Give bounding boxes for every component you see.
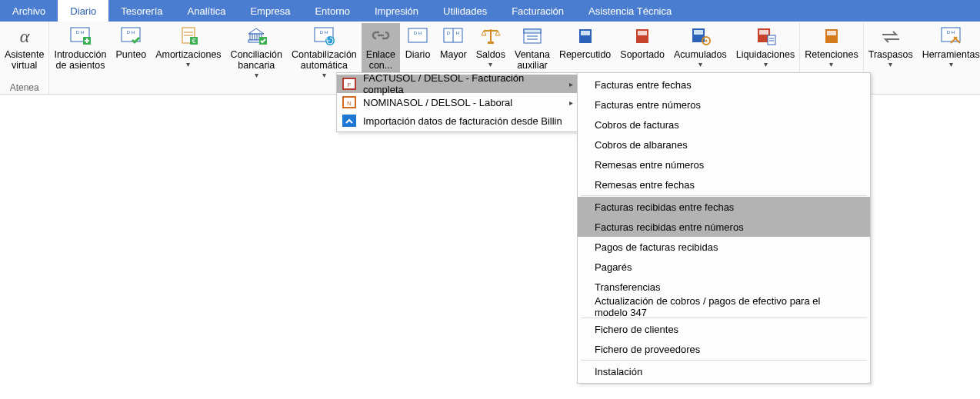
tab-asistencia[interactable]: Asistencia Técnica [576, 0, 684, 22]
book-doc-icon [752, 25, 778, 48]
herramientas-button[interactable]: D H Herramientas ▾ [918, 23, 980, 81]
ledger-add-icon: D H [67, 25, 93, 48]
window-icon [519, 25, 545, 48]
svg-rect-13 [255, 34, 257, 40]
ledger-check-icon: D H [118, 25, 144, 48]
svg-text:D H: D H [320, 30, 328, 35]
asistente-virtual-button[interactable]: α Asistente virtual [0, 23, 48, 81]
liquidaciones-label: Liquidaciones [736, 49, 795, 60]
tab-tesoreria[interactable]: Tesorería [108, 0, 175, 22]
ledger-refresh-icon: D H [311, 25, 337, 48]
tab-entorno[interactable]: Entorno [302, 0, 362, 22]
repercutido-label: Repercutido [559, 49, 611, 60]
amortizaciones-button[interactable]: € Amortizaciones ▾ [151, 23, 225, 81]
submenu-recibidas-numeros[interactable]: Facturas recibidas entre números [578, 217, 870, 237]
group-label-atenea: Atenea [0, 81, 48, 94]
svg-rect-34 [581, 31, 590, 35]
factusol-icon: F [342, 77, 357, 91]
submenu-pagares[interactable]: Pagarés [578, 257, 870, 277]
punteo-label: Punteo [116, 49, 147, 60]
conciliacion-label: Conciliación bancaria [231, 49, 282, 71]
submenu-remesas-numeros[interactable]: Remesas entre números [578, 155, 870, 175]
menu-item-label: NOMINASOL / DELSOL - Laboral [363, 97, 564, 108]
link-icon [368, 25, 394, 48]
svg-text:H: H [456, 31, 459, 35]
factusol-submenu: Facturas entre fechas Facturas entre núm… [577, 72, 871, 384]
svg-rect-30 [524, 29, 541, 33]
balance-icon [478, 25, 504, 48]
svg-rect-12 [250, 34, 252, 40]
punteo-button[interactable]: D H Punteo [112, 23, 152, 81]
enlace-label: Enlace con... [366, 49, 395, 71]
submenu-facturas-numeros[interactable]: Facturas entre números [578, 95, 870, 115]
traspasos-button[interactable]: Traspasos ▾ [863, 23, 918, 81]
tab-impresion[interactable]: Impresión [362, 0, 431, 22]
introduccion-label: Introducción de asientos [54, 49, 106, 71]
soportado-label: Soportado [620, 49, 665, 60]
svg-rect-47 [827, 31, 836, 35]
svg-rect-42 [759, 30, 768, 35]
ledger-open-icon: DH [440, 25, 466, 48]
svg-rect-36 [638, 31, 647, 35]
submenu-cobros-albaranes[interactable]: Cobros de albaranes [578, 135, 870, 155]
book-blue-icon [572, 25, 598, 48]
dropdown-arrow-icon: ▾ [186, 60, 190, 68]
menu-item-factusol[interactable]: F FACTUSOL / DELSOL - Facturación comple… [337, 75, 578, 93]
submenu-remesas-fechas[interactable]: Remesas entre fechas [578, 175, 870, 195]
menu-item-billin[interactable]: Importación datos de facturación desde B… [337, 111, 578, 130]
menu-item-label: FACTUSOL / DELSOL - Facturación completa [363, 72, 564, 95]
submenu-actualizacion[interactable]: Actualización de cobros / pagos de efect… [578, 297, 870, 317]
nominasol-icon: N [342, 95, 357, 109]
submenu-transferencias[interactable]: Transferencias [578, 277, 870, 297]
enlace-con-menu: F FACTUSOL / DELSOL - Facturación comple… [336, 72, 578, 132]
billin-icon [342, 114, 357, 128]
menu-separator [581, 195, 867, 196]
conciliacion-bancaria-button[interactable]: Conciliación bancaria ▾ [226, 23, 287, 81]
book-red-icon [629, 25, 655, 48]
dropdown-arrow-icon: ▾ [322, 71, 326, 79]
retenciones-label: Retenciones [805, 49, 858, 60]
tab-empresa[interactable]: Empresa [238, 0, 302, 22]
saldos-label: Saldos [476, 49, 505, 60]
submenu-recibidas-fechas[interactable]: Facturas recibidas entre fechas [578, 197, 870, 217]
svg-text:N: N [347, 100, 352, 107]
submenu-facturas-fechas[interactable]: Facturas entre fechas [578, 75, 870, 95]
tab-archivo[interactable]: Archivo [0, 0, 58, 22]
menu-item-nominasol[interactable]: N NOMINASOL / DELSOL - Laboral ▸ [337, 93, 578, 111]
asistente-label: Asistente virtual [5, 49, 44, 71]
ledger-icon: D H [405, 25, 431, 48]
tab-utilidades[interactable]: Utilidades [431, 0, 499, 22]
menu-separator [581, 360, 867, 361]
traspasos-label: Traspasos [868, 49, 913, 60]
svg-text:α: α [19, 26, 29, 46]
svg-text:F: F [348, 81, 352, 88]
ventana-label: Ventana auxiliar [515, 49, 550, 71]
book-orange-icon [818, 25, 845, 48]
tab-diario[interactable]: Diario [58, 0, 108, 22]
svg-text:€: € [192, 37, 195, 45]
ledger-tool-icon: D H [938, 25, 964, 48]
diario-label: Diario [405, 49, 431, 60]
dropdown-arrow-icon: ▾ [488, 60, 492, 68]
introduccion-asientos-button[interactable]: D H Introducción de asientos [49, 23, 111, 81]
svg-text:D H: D H [76, 30, 84, 35]
svg-text:D H: D H [127, 30, 135, 35]
dropdown-arrow-icon: ▾ [764, 60, 768, 68]
submenu-fichero-proveedores[interactable]: Fichero de proveedores [578, 339, 870, 359]
tab-strip: Archivo Diario Tesorería Analítica Empre… [0, 0, 980, 22]
acumulados-label: Acumulados [674, 49, 727, 60]
tab-facturacion[interactable]: Facturación [499, 0, 576, 22]
svg-point-40 [705, 40, 708, 42]
transfer-icon [878, 25, 904, 48]
herramientas-label: Herramientas [922, 49, 980, 60]
svg-text:D: D [447, 31, 451, 35]
submenu-pagos-recibidas[interactable]: Pagos de facturas recibidas [578, 237, 870, 257]
tab-analitica[interactable]: Analítica [175, 0, 238, 22]
submenu-instalacion[interactable]: Instalación [578, 361, 870, 381]
svg-rect-28 [488, 42, 494, 44]
dropdown-arrow-icon: ▾ [829, 60, 833, 68]
dropdown-arrow-icon: ▾ [949, 60, 953, 68]
svg-text:D H: D H [414, 31, 422, 35]
submenu-cobros-facturas[interactable]: Cobros de facturas [578, 115, 870, 135]
submenu-fichero-clientes[interactable]: Fichero de clientes [578, 319, 870, 339]
